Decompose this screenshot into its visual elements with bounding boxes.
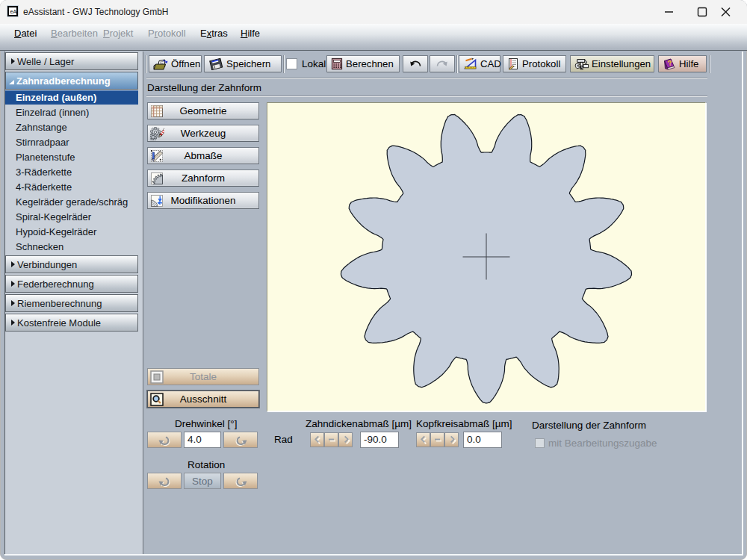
svg-text:eA: eA xyxy=(10,9,17,14)
